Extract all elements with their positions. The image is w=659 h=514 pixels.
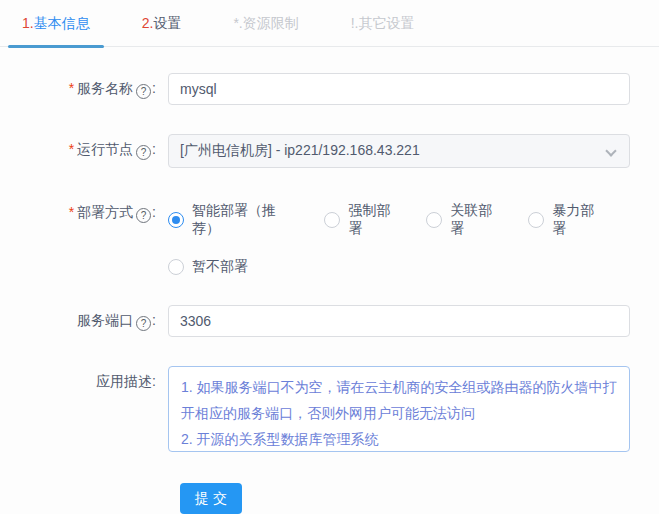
radio-associated-deploy[interactable]: 关联部署 <box>426 202 504 238</box>
radio-icon <box>528 212 544 228</box>
tab-resource-limits[interactable]: *.资源限制 <box>219 15 312 46</box>
service-port-label: 服务端口?: <box>8 305 168 337</box>
service-name-input[interactable] <box>168 73 630 105</box>
radio-smart-deploy[interactable]: 智能部署（推荐） <box>168 202 300 238</box>
form-row-app-description: 应用描述: 1. 如果服务端口不为空，请在云主机商的安全组或路由器的防火墙中打开… <box>8 366 659 456</box>
tab-basic-info[interactable]: 1.基本信息 <box>8 15 104 46</box>
radio-icon <box>168 259 184 275</box>
tab-number: *. <box>233 15 242 31</box>
run-node-label: *运行节点?: <box>8 134 168 168</box>
form-row-deploy-mode: *部署方式?: 智能部署（推荐） 强制部署 关联部署 暴力部署 <box>8 197 659 276</box>
service-port-input[interactable] <box>168 305 630 337</box>
radio-label: 强制部署 <box>348 202 402 238</box>
label-colon: : <box>152 141 156 157</box>
deploy-mode-label: *部署方式?: <box>8 197 168 276</box>
radio-icon <box>324 212 340 228</box>
radio-no-deploy[interactable]: 暂不部署 <box>168 258 248 276</box>
help-icon[interactable]: ? <box>136 84 151 99</box>
required-asterisk: * <box>69 80 74 96</box>
service-name-label: *服务名称?: <box>8 73 168 105</box>
deploy-mode-radio-group: 智能部署（推荐） 强制部署 关联部署 暴力部署 暂不部署 <box>168 197 630 276</box>
app-description-label: 应用描述: <box>8 366 168 456</box>
label-colon: : <box>152 373 156 389</box>
label-colon: : <box>152 204 156 220</box>
label-colon: : <box>152 312 156 328</box>
help-icon[interactable]: ? <box>136 208 151 223</box>
radio-label: 关联部署 <box>450 202 504 238</box>
help-icon[interactable]: ? <box>136 316 151 331</box>
field-label-text: 服务名称 <box>77 80 133 96</box>
service-form: *服务名称?: *运行节点?: [广州电信机房] - ip221/192.168… <box>0 47 659 514</box>
run-node-select[interactable]: [广州电信机房] - ip221/192.168.43.221 <box>168 134 630 168</box>
field-label-text: 服务端口 <box>77 312 133 328</box>
tab-bar: 1.基本信息 2.设置 *.资源限制 !.其它设置 <box>0 0 659 47</box>
chevron-down-icon <box>605 145 616 156</box>
tab-label: 其它设置 <box>359 15 415 31</box>
form-row-run-node: *运行节点?: [广州电信机房] - ip221/192.168.43.221 <box>8 134 659 168</box>
tab-label: 设置 <box>153 15 181 31</box>
radio-label: 智能部署（推荐） <box>192 202 300 238</box>
run-node-selected-value: [广州电信机房] - ip221/192.168.43.221 <box>180 142 420 160</box>
required-asterisk: * <box>69 141 74 157</box>
label-colon: : <box>152 80 156 96</box>
tab-number: 2. <box>142 15 154 31</box>
submit-row: 提 交 <box>180 483 659 514</box>
radio-label: 暂不部署 <box>192 258 248 276</box>
radio-force-deploy[interactable]: 强制部署 <box>324 202 402 238</box>
form-row-service-port: 服务端口?: <box>8 305 659 337</box>
field-label-text: 部署方式 <box>77 204 133 220</box>
field-label-text: 应用描述 <box>96 373 152 389</box>
radio-brute-deploy[interactable]: 暴力部署 <box>528 202 606 238</box>
tab-settings[interactable]: 2.设置 <box>128 15 196 46</box>
tab-number: !. <box>351 15 359 31</box>
help-icon[interactable]: ? <box>136 145 151 160</box>
radio-icon <box>168 212 184 228</box>
required-asterisk: * <box>69 204 74 220</box>
tab-number: 1. <box>22 15 34 31</box>
field-label-text: 运行节点 <box>77 141 133 157</box>
radio-label: 暴力部署 <box>552 202 606 238</box>
tab-other-settings[interactable]: !.其它设置 <box>337 15 429 46</box>
app-description-textarea[interactable]: 1. 如果服务端口不为空，请在云主机商的安全组或路由器的防火墙中打开相应的服务端… <box>168 366 630 452</box>
form-row-service-name: *服务名称?: <box>8 73 659 105</box>
radio-icon <box>426 212 442 228</box>
tab-label: 资源限制 <box>243 15 299 31</box>
submit-button[interactable]: 提 交 <box>180 483 242 514</box>
tab-label: 基本信息 <box>34 15 90 31</box>
